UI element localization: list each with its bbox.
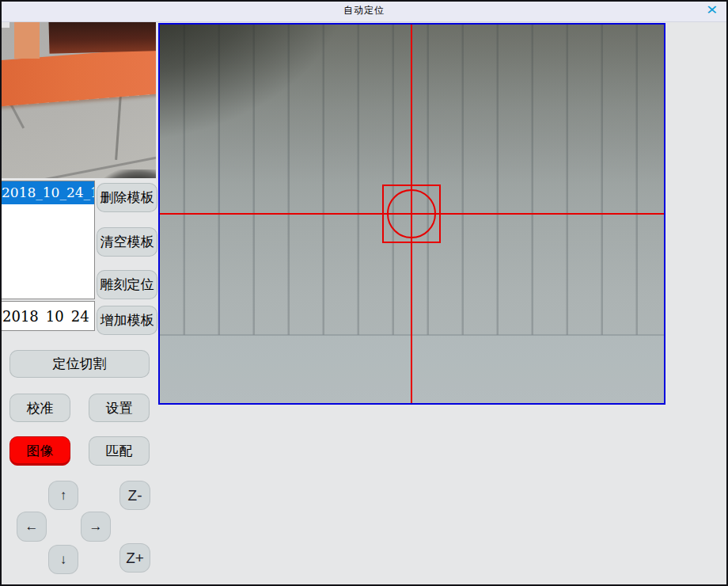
title-bar: 自动定位 ✕ xyxy=(0,0,728,22)
jog-left-button[interactable]: ← xyxy=(17,512,47,542)
template-match-circle xyxy=(387,189,436,238)
template-list-item[interactable]: 2018_10_24_11 xyxy=(2,181,94,204)
thumbnail-dark-strip xyxy=(49,22,156,54)
template-list[interactable]: 2018_10_24_11 xyxy=(1,181,95,299)
jog-z-plus-button[interactable]: Z+ xyxy=(119,543,150,573)
delete-template-button[interactable]: 删除模板 xyxy=(97,183,157,212)
dialog-title: 自动定位 xyxy=(343,4,385,17)
thumbnail-light-block xyxy=(14,22,40,59)
calibrate-button[interactable]: 校准 xyxy=(9,394,70,422)
add-template-button[interactable]: 增加模板 xyxy=(97,306,157,335)
thumbnail-tile-grout-vertical xyxy=(115,95,122,160)
jog-down-button[interactable]: ↓ xyxy=(48,545,78,574)
jog-up-button[interactable]: ↑ xyxy=(48,481,78,510)
thumbnail-dark-blob xyxy=(95,169,156,178)
template-name-input[interactable] xyxy=(1,301,95,331)
clear-templates-button[interactable]: 清空模板 xyxy=(97,227,157,257)
jog-z-minus-button[interactable]: Z- xyxy=(119,481,150,510)
camera-view xyxy=(158,23,665,405)
template-thumbnail xyxy=(2,22,156,178)
thumbnail-corner-sliver xyxy=(2,22,9,28)
match-button[interactable]: 匹配 xyxy=(89,436,150,466)
engrave-position-button[interactable]: 雕刻定位 xyxy=(97,270,157,299)
jog-right-button[interactable]: → xyxy=(81,512,111,542)
close-icon[interactable]: ✕ xyxy=(706,2,718,18)
settings-button[interactable]: 设置 xyxy=(89,394,150,422)
image-button[interactable]: 图像 xyxy=(9,436,70,466)
position-cut-button[interactable]: 定位切割 xyxy=(9,350,150,378)
